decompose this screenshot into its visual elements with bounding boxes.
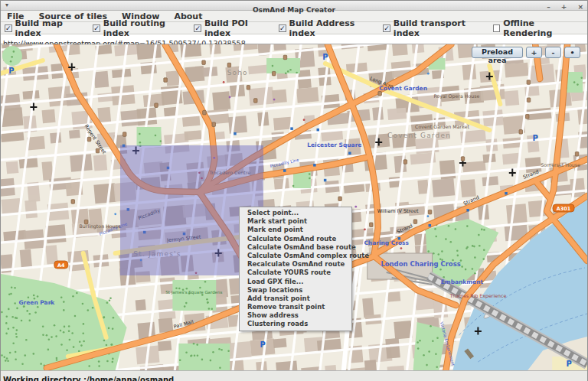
map-label-charing-cross: Charing Cross xyxy=(364,239,409,246)
titlebar: ▾ OsmAnd Map Creator – + × xyxy=(1,1,587,11)
context-menu-item-calculate-osmand-complex-route[interactable]: Calculate OsmAnd complex route xyxy=(240,252,351,260)
context-menu-item-mark-start-point[interactable]: Mark start point xyxy=(240,217,351,226)
tube-entrance-icon xyxy=(466,209,469,212)
map-label-green-park: Green Park xyxy=(18,299,55,306)
pub-icon xyxy=(403,160,407,164)
pub-icon xyxy=(370,223,373,227)
shop-poi-icon xyxy=(198,171,201,174)
checkbox-box[interactable] xyxy=(493,24,500,32)
shop-poi-icon xyxy=(364,229,366,231)
shop-poi-icon xyxy=(229,96,231,99)
tube-entrance-icon xyxy=(348,152,351,155)
context-menu-item-add-transit-point[interactable]: Add transit point xyxy=(240,295,351,303)
tube-entrance-icon xyxy=(283,169,286,172)
pub-icon xyxy=(428,210,431,214)
context-menu-item-swap-locations[interactable]: Swap locations xyxy=(240,286,351,295)
map-label-st-james-s-square-gardens: St James's Square Gardens xyxy=(165,290,222,295)
map-label-leicester-square: Leicester Square xyxy=(307,142,361,148)
context-menu-item-show-address[interactable]: Show address xyxy=(240,311,351,320)
tube-entrance-icon xyxy=(505,192,507,195)
checkbox-box[interactable]: ✓ xyxy=(194,24,201,32)
pub-icon xyxy=(155,103,158,108)
tube-entrance-icon xyxy=(234,132,236,135)
parking-icon: P xyxy=(322,53,328,61)
shop-poi-icon xyxy=(400,247,403,249)
pub-icon xyxy=(338,197,341,201)
url-bar xyxy=(1,34,587,44)
shop-poi-icon xyxy=(427,215,430,217)
pub-icon xyxy=(413,220,416,224)
working-directory-text: Working directory :/home/anna/osmand xyxy=(3,376,174,381)
zoom-in-button[interactable]: + xyxy=(526,47,542,58)
context-menu-item-select-point[interactable]: Select point... xyxy=(240,209,351,217)
map-label-thames-rib-experience: Thames Rib Experience xyxy=(449,293,506,299)
window-title: OsmAnd Map Creator xyxy=(253,6,335,14)
context-menu-item-clustering-roads[interactable]: Clustering roads xyxy=(240,320,351,328)
parking-icon: P xyxy=(533,134,538,142)
misc-map-button[interactable]: • xyxy=(564,47,580,58)
pub-icon xyxy=(247,86,250,90)
shop-poi-icon xyxy=(114,213,116,215)
map-label-somerset-house: Somerset House xyxy=(541,162,580,168)
preload-area-button[interactable]: Preload area xyxy=(472,47,523,58)
pub-icon xyxy=(461,157,464,161)
map-label-trocadero-centre: Trocadero Centre xyxy=(208,170,250,175)
window-controls: – + × xyxy=(540,1,583,11)
shop-poi-icon xyxy=(223,81,225,83)
pub-icon xyxy=(122,132,126,137)
tube-entrance-icon xyxy=(183,233,185,236)
pub-icon xyxy=(519,130,522,135)
pub-icon xyxy=(203,110,206,115)
road-badge-text: A301 xyxy=(557,206,571,212)
tube-entrance-icon xyxy=(143,231,145,234)
pub-icon xyxy=(272,71,275,76)
pub-icon xyxy=(378,92,381,96)
map-label-covent-garden: Covent Garden xyxy=(387,132,451,139)
checkbox-box[interactable]: ✓ xyxy=(383,24,390,32)
pub-icon xyxy=(283,55,286,60)
parking-icon: P xyxy=(260,340,265,349)
shop-poi-icon xyxy=(303,119,305,121)
tube-entrance-icon xyxy=(167,167,169,170)
close-button[interactable]: × xyxy=(577,3,583,11)
parking-icon: P xyxy=(8,67,14,75)
window-menu-icon[interactable]: ▾ xyxy=(5,1,8,10)
tube-entrance-icon xyxy=(122,145,125,148)
context-menu: Select point...Mark start pointMark end … xyxy=(239,207,352,331)
tube-entrance-icon xyxy=(317,129,319,132)
road-badge-text: A4 xyxy=(57,262,65,269)
tube-entrance-icon xyxy=(324,179,326,182)
checkbox-box[interactable]: ✓ xyxy=(5,24,12,32)
map-label-william-iv-street: William IV Street xyxy=(377,208,419,214)
pub-icon xyxy=(202,60,205,65)
pub-icon xyxy=(87,137,90,142)
checkbox-box[interactable]: ✓ xyxy=(93,24,100,32)
context-menu-item-calculate-osmand-route[interactable]: Calculate OsmAnd route xyxy=(240,235,351,243)
context-menu-item-calculate-yours-route[interactable]: Calculate YOURS route xyxy=(240,269,351,277)
maximize-button[interactable]: + xyxy=(561,3,567,11)
pub-icon xyxy=(527,98,530,102)
context-menu-item-mark-end-point[interactable]: Mark end point xyxy=(240,226,351,234)
shop-poi-icon xyxy=(273,99,276,101)
context-menu-item-load-gpx-file[interactable]: Load GPX file... xyxy=(240,278,351,286)
shop-poi-icon xyxy=(427,73,430,75)
minimize-button[interactable]: – xyxy=(547,3,550,11)
map-label-covent-garden-market: Covent Garden Market xyxy=(415,124,469,129)
status-bar: Working directory :/home/anna/osmand xyxy=(1,370,587,381)
zoom-out-button[interactable]: - xyxy=(545,47,561,58)
tube-entrance-icon xyxy=(429,224,431,227)
checkbox-box[interactable]: ✓ xyxy=(279,24,286,32)
shop-poi-icon xyxy=(195,272,198,274)
pub-icon xyxy=(525,115,528,119)
context-menu-item-remove-transit-point[interactable]: Remove transit point xyxy=(240,303,351,311)
pub-icon xyxy=(212,122,215,127)
map-viewport[interactable]: PPPPPP Covent GardenCovent GardenRoyal O… xyxy=(1,44,587,370)
pub-icon xyxy=(575,152,578,157)
context-menu-item-calculate-osmand-base-route[interactable]: Calculate OsmAnd base route xyxy=(240,243,351,252)
app-window: ▾ OsmAnd Map Creator – + × FileSource of… xyxy=(0,0,588,381)
tube-entrance-icon xyxy=(313,164,315,167)
context-menu-item-recalculate-osmand-route[interactable]: Recalculate OsmAnd route xyxy=(240,260,351,269)
map-label-embankment: Embankment xyxy=(441,278,484,285)
pub-icon xyxy=(527,80,530,85)
pub-icon xyxy=(164,78,167,83)
